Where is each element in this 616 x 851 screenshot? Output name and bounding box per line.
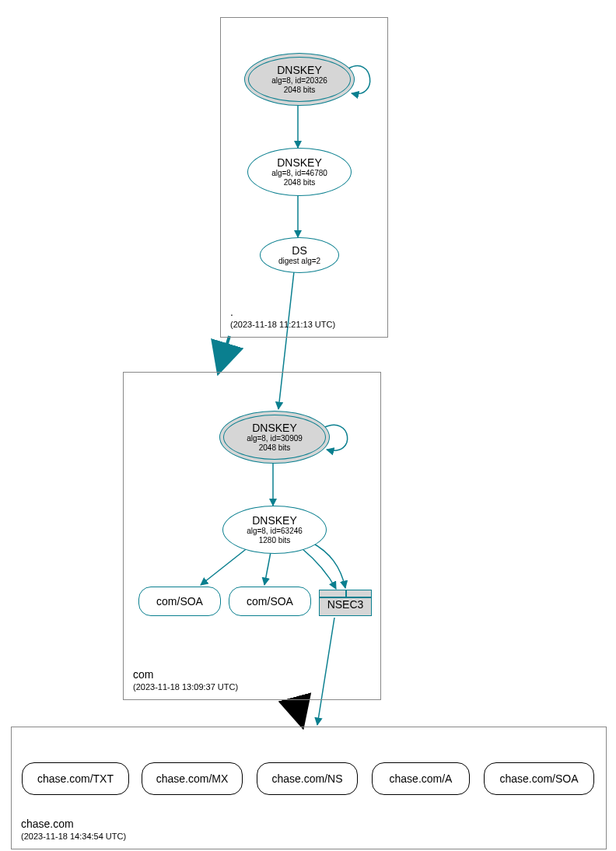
zone-chase-ts: (2023-11-18 14:34:54 UTC) <box>21 832 126 841</box>
node-root-ksk: DNSKEY alg=8, id=20326 2048 bits <box>244 53 355 106</box>
node-nsec3: NSEC3 <box>319 590 372 616</box>
zone-chase-label: chase.com (2023-11-18 14:34:54 UTC) <box>21 818 126 841</box>
dnssec-diagram: . (2023-11-18 11:21:13 UTC) DNSKEY alg=8… <box>0 0 616 851</box>
chase-txt-label: chase.com/TXT <box>37 772 114 785</box>
zone-root-label: . (2023-11-18 11:21:13 UTC) <box>230 306 335 329</box>
node-chase-txt: chase.com/TXT <box>22 762 129 795</box>
edge-com-to-chase <box>296 700 302 723</box>
chase-ns-label: chase.com/NS <box>271 772 342 785</box>
com-soa1-label: com/SOA <box>156 595 203 608</box>
zone-root-ts: (2023-11-18 11:21:13 UTC) <box>230 320 335 329</box>
chase-soa-label: chase.com/SOA <box>499 772 578 785</box>
node-root-ds: DS digest alg=2 <box>260 237 339 273</box>
root-zsk-title: DNSKEY <box>277 156 322 169</box>
root-zsk-alg: alg=8, id=46780 <box>271 169 327 178</box>
zone-chase-name: chase.com <box>21 818 126 830</box>
chase-mx-label: chase.com/MX <box>156 772 229 785</box>
node-root-zsk: DNSKEY alg=8, id=46780 2048 bits <box>247 148 352 196</box>
com-zsk-title: DNSKEY <box>252 514 297 527</box>
root-ds-title: DS <box>292 244 306 257</box>
node-com-ksk: DNSKEY alg=8, id=30909 2048 bits <box>219 411 330 464</box>
com-zsk-bits: 1280 bits <box>259 536 291 545</box>
root-zsk-bits: 2048 bits <box>284 178 316 187</box>
node-chase-soa: chase.com/SOA <box>484 762 594 795</box>
chase-a-label: chase.com/A <box>390 772 453 785</box>
zone-com-name: com <box>133 668 238 681</box>
node-chase-mx: chase.com/MX <box>142 762 243 795</box>
node-com-soa1: com/SOA <box>138 587 221 616</box>
node-com-zsk: DNSKEY alg=8, id=63246 1280 bits <box>222 506 327 554</box>
com-soa2-label: com/SOA <box>247 595 293 608</box>
zone-root-name: . <box>230 306 335 318</box>
node-chase-ns: chase.com/NS <box>257 762 358 795</box>
com-zsk-alg: alg=8, id=63246 <box>247 527 303 536</box>
node-com-soa2: com/SOA <box>229 587 311 616</box>
zone-com-ts: (2023-11-18 13:09:37 UTC) <box>133 682 238 692</box>
root-ds-alg: digest alg=2 <box>278 257 320 266</box>
zone-com-label: com (2023-11-18 13:09:37 UTC) <box>133 668 238 692</box>
nsec3-label: NSEC3 <box>320 598 371 611</box>
edge-root-to-com <box>219 336 229 369</box>
node-chase-a: chase.com/A <box>372 762 470 795</box>
